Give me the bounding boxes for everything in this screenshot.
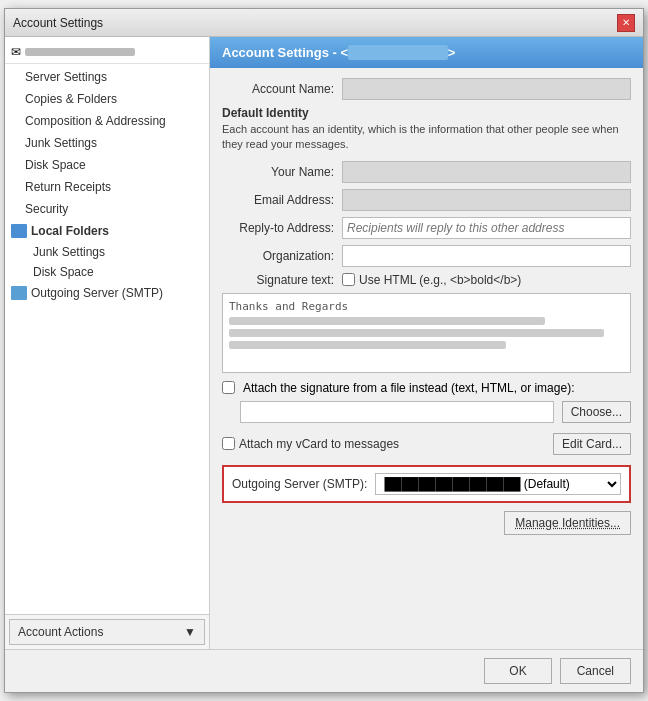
edit-card-button[interactable]: Edit Card... [553,433,631,455]
folder-icon [11,224,27,238]
sidebar-item-local-disk-space[interactable]: Disk Space [5,262,209,282]
content-body: Account Name: Default Identity Each acco… [210,68,643,649]
account-name-row: Account Name: [222,78,631,100]
sidebar: ✉ Server Settings Copies & Folders Compo… [5,37,210,649]
use-html-checkbox[interactable] [342,273,355,286]
dialog-footer: OK Cancel [5,649,643,692]
sidebar-item-disk-space[interactable]: Disk Space [5,154,209,176]
use-html-label: Use HTML (e.g., <b>bold</b>) [359,273,521,287]
dialog-body: ✉ Server Settings Copies & Folders Compo… [5,37,643,649]
dropdown-arrow-icon: ▼ [184,625,196,639]
sidebar-item-return-receipts[interactable]: Return Receipts [5,176,209,198]
attach-file-input[interactable] [240,401,554,423]
choose-button[interactable]: Choose... [562,401,631,423]
account-name-label: Account Name: [222,82,342,96]
your-name-label: Your Name: [222,165,342,179]
header-text-suffix: > [448,45,456,60]
default-identity-desc: Each account has an identity, which is t… [222,122,631,153]
signature-text-row: Signature text: Use HTML (e.g., <b>bold<… [222,273,631,287]
organization-input[interactable] [342,245,631,267]
your-name-input[interactable] [342,161,631,183]
sidebar-footer: Account Actions ▼ [5,614,209,649]
reply-to-label: Reply-to Address: [222,221,342,235]
outgoing-server-label: Outgoing Server (SMTP) [31,286,163,300]
outgoing-server-select[interactable]: ████████████████ (Default) [375,473,621,495]
sidebar-item-junk-settings[interactable]: Junk Settings [5,132,209,154]
sidebar-item-server-settings[interactable]: Server Settings [5,66,209,88]
sidebar-item-copies-folders[interactable]: Copies & Folders [5,88,209,110]
manage-identities-row: Manage Identities... [222,511,631,535]
content-header: Account Settings - < > [210,37,643,68]
main-content: Account Settings - < > Account Name: Def… [210,37,643,649]
outgoing-server-form-label: Outgoing Server (SMTP): [232,477,367,491]
email-address-input[interactable] [342,189,631,211]
organization-label: Organization: [222,249,342,263]
local-folders-label: Local Folders [31,224,109,238]
vcard-row: Attach my vCard to messages Edit Card... [222,433,631,455]
sidebar-item-local-folders[interactable]: Local Folders [5,220,209,242]
signature-line1: Thanks and Regards [229,300,624,313]
attach-vcard-label: Attach my vCard to messages [239,437,399,451]
attach-signature-file-row: Choose... [222,401,631,423]
smtp-icon [11,286,27,300]
sidebar-item-composition-addressing[interactable]: Composition & Addressing [5,110,209,132]
sidebar-item-security[interactable]: Security [5,198,209,220]
use-html-checkbox-label: Use HTML (e.g., <b>bold</b>) [342,273,521,287]
title-bar-text: Account Settings [13,16,103,30]
attach-file-label: Attach the signature from a file instead… [243,381,574,395]
account-actions-label: Account Actions [18,625,103,639]
close-button[interactable]: ✕ [617,14,635,32]
ok-button[interactable]: OK [484,658,551,684]
manage-identities-button[interactable]: Manage Identities... [504,511,631,535]
header-text-prefix: Account Settings - < [222,45,348,60]
vcard-checkbox-label: Attach my vCard to messages [222,437,399,451]
attach-signature-row: Attach the signature from a file instead… [222,381,631,395]
sidebar-item-local-junk-settings[interactable]: Junk Settings [5,242,209,262]
default-identity-title: Default Identity [222,106,631,120]
reply-to-input[interactable] [342,217,631,239]
signature-line2-blurred [229,317,545,325]
signature-text-label: Signature text: [222,273,342,287]
attach-signature-checkbox[interactable] [222,381,235,394]
outgoing-server-section: Outgoing Server (SMTP): ████████████████… [222,465,631,503]
sidebar-items-list: Server Settings Copies & Folders Composi… [5,64,209,614]
account-envelope-icon: ✉ [11,45,21,59]
signature-line4-blurred [229,341,506,349]
account-settings-dialog: Account Settings ✕ ✉ Server Settings Cop… [4,8,644,693]
sidebar-account-header: ✉ [5,37,209,64]
reply-to-row: Reply-to Address: [222,217,631,239]
account-name-input[interactable] [342,78,631,100]
account-actions-button[interactable]: Account Actions ▼ [9,619,205,645]
cancel-button[interactable]: Cancel [560,658,631,684]
signature-textarea[interactable]: Thanks and Regards [222,293,631,373]
title-bar: Account Settings ✕ [5,9,643,37]
email-address-label: Email Address: [222,193,342,207]
attach-vcard-checkbox[interactable] [222,437,235,450]
header-email-blurred [348,45,448,60]
sidebar-item-outgoing-server[interactable]: Outgoing Server (SMTP) [5,282,209,304]
account-email-blurred [25,48,135,56]
organization-row: Organization: [222,245,631,267]
signature-line3-blurred [229,329,604,337]
email-address-row: Email Address: [222,189,631,211]
your-name-row: Your Name: [222,161,631,183]
